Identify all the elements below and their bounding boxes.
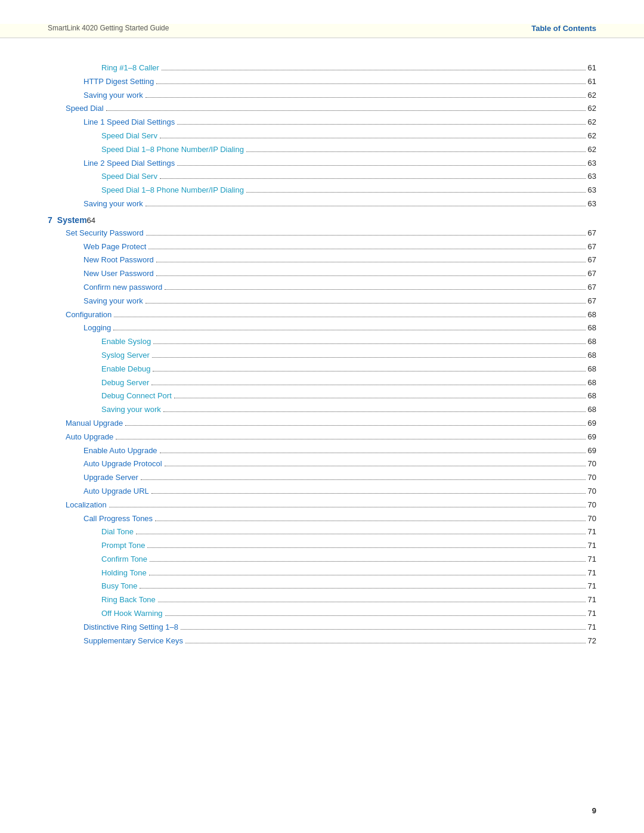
toc-label: Table of Contents xyxy=(531,24,596,33)
page-number: 9 xyxy=(592,806,596,815)
toc-entry-text[interactable]: Off Hook Warning xyxy=(101,608,163,620)
toc-entry-text[interactable]: Speed Dial Serv xyxy=(101,171,157,183)
dot-leader xyxy=(145,303,586,304)
toc-entry-text[interactable]: Auto Upgrade xyxy=(66,431,113,444)
page-number: 70 xyxy=(588,499,596,512)
toc-entry-text[interactable]: Confirm Tone xyxy=(101,553,147,566)
page-number: 70 xyxy=(588,458,596,470)
toc-entry-text[interactable]: Saving your work xyxy=(83,89,143,102)
toc-entry-text[interactable]: Busy Tone xyxy=(101,580,137,593)
toc-entry-text[interactable]: Speed Dial 1–8 Phone Number/IP Dialing xyxy=(101,184,244,197)
toc-entry-text[interactable]: Dial Tone xyxy=(101,526,134,538)
toc-entry: Speed Dial Serv62 xyxy=(48,130,596,143)
toc-entry: Upgrade Server70 xyxy=(48,472,596,484)
toc-entry-text[interactable]: Upgrade Server xyxy=(83,472,138,484)
toc-entry: Saving your work62 xyxy=(48,89,596,102)
page-number: 71 xyxy=(588,594,596,606)
toc-entry-text[interactable]: Speed Dial xyxy=(66,103,104,115)
page-number: 63 xyxy=(588,198,596,210)
toc-entry-text[interactable]: Saving your work xyxy=(83,295,143,308)
page-header: SmartLink 4020 Getting Started Guide Tab… xyxy=(0,24,644,38)
page-number: 68 xyxy=(588,390,596,402)
toc-entry-text[interactable]: New User Password xyxy=(83,268,154,280)
page-wrapper: SmartLink 4020 Getting Started Guide Tab… xyxy=(0,0,644,833)
toc-entry: Auto Upgrade URL70 xyxy=(48,485,596,498)
toc-entry-text[interactable]: Localization xyxy=(66,499,107,512)
toc-entry-text[interactable]: Set Security Password xyxy=(66,227,144,240)
dot-leader xyxy=(148,249,585,249)
toc-entry-text[interactable]: Speed Dial Serv xyxy=(101,130,157,143)
page-number: 71 xyxy=(588,621,596,634)
dot-leader xyxy=(177,124,585,125)
toc-entry: Enable Debug68 xyxy=(48,363,596,376)
dot-leader xyxy=(156,275,586,276)
toc-entry-text[interactable]: Web Page Protect xyxy=(83,241,146,253)
toc-entry-text[interactable]: Distinctive Ring Setting 1–8 xyxy=(83,621,178,634)
dot-leader xyxy=(114,317,585,317)
dot-leader xyxy=(177,165,585,166)
toc-entry-text[interactable]: Logging xyxy=(83,322,111,335)
toc-entry-text[interactable]: Saving your work xyxy=(101,404,161,416)
toc-entry-text[interactable]: Ring #1–8 Caller xyxy=(101,62,159,75)
toc-entry: Confirm Tone71 xyxy=(48,553,596,566)
toc-entry-text[interactable]: Enable Debug xyxy=(101,363,150,376)
toc-entry: Saving your work63 xyxy=(48,198,596,210)
page-number: 71 xyxy=(588,526,596,538)
page-number: 71 xyxy=(588,567,596,580)
toc-entry: New Root Password67 xyxy=(48,254,596,267)
page-number: 67 xyxy=(588,295,596,308)
page-number: 67 xyxy=(588,268,596,280)
page-number: 63 xyxy=(588,171,596,183)
toc-entry: Logging68 xyxy=(48,322,596,335)
toc-entry-text[interactable]: Call Progress Tones xyxy=(83,513,153,525)
toc-entry: Auto Upgrade69 xyxy=(48,431,596,444)
toc-entry-text[interactable]: Auto Upgrade URL xyxy=(83,485,149,498)
toc-entry-text[interactable]: HTTP Digest Setting xyxy=(83,76,154,88)
toc-entry-text[interactable]: Enable Syslog xyxy=(101,336,151,348)
dot-leader xyxy=(165,615,586,616)
page-number: 71 xyxy=(588,608,596,620)
toc-entry: Auto Upgrade Protocol70 xyxy=(48,458,596,470)
page-number: 67 xyxy=(588,254,596,267)
dot-leader xyxy=(162,70,586,70)
chapter-title[interactable]: System xyxy=(57,215,87,225)
toc-entry-text[interactable]: Line 2 Speed Dial Settings xyxy=(83,157,175,170)
toc-entry: Prompt Tone71 xyxy=(48,540,596,552)
page-number: 68 xyxy=(588,404,596,416)
toc-entry-text[interactable]: Debug Connect Port xyxy=(101,390,172,402)
toc-entry-text[interactable]: Supplementary Service Keys xyxy=(83,635,183,648)
toc-entry: Ring Back Tone71 xyxy=(48,594,596,606)
toc-entry-text[interactable]: Holding Tone xyxy=(101,567,147,580)
toc-entry-text[interactable]: New Root Password xyxy=(83,254,154,267)
toc-entry-text[interactable]: Manual Upgrade xyxy=(66,417,123,430)
page-number: 62 xyxy=(588,144,596,156)
toc-entry-text[interactable]: Prompt Tone xyxy=(101,540,145,552)
page-number: 70 xyxy=(588,513,596,525)
page-number: 62 xyxy=(588,103,596,115)
toc-entry: Confirm new password67 xyxy=(48,281,596,294)
toc-entry: Dial Tone71 xyxy=(48,526,596,538)
page-number: 68 xyxy=(588,322,596,335)
toc-entry: Supplementary Service Keys72 xyxy=(48,635,596,648)
page-number: 69 xyxy=(588,417,596,430)
toc-entry-text[interactable]: Enable Auto Upgrade xyxy=(83,445,157,457)
toc-entry: HTTP Digest Setting61 xyxy=(48,76,596,88)
toc-entry-text[interactable]: Ring Back Tone xyxy=(101,594,156,606)
toc-entry-text[interactable]: Debug Server xyxy=(101,377,149,389)
page-number: 68 xyxy=(588,377,596,389)
page-number: 67 xyxy=(588,227,596,240)
dot-leader xyxy=(160,453,586,453)
toc-entry-text[interactable]: Speed Dial 1–8 Phone Number/IP Dialing xyxy=(101,144,244,156)
toc-entry: Call Progress Tones70 xyxy=(48,513,596,525)
dot-leader xyxy=(174,398,586,398)
toc-entry-text[interactable]: Syslog Server xyxy=(101,349,150,362)
toc-entry-text[interactable]: Line 1 Speed Dial Settings xyxy=(83,116,175,129)
page-number: 63 xyxy=(588,157,596,170)
dot-leader xyxy=(109,507,586,507)
toc-entry-text[interactable]: Saving your work xyxy=(83,198,143,210)
toc-entry-text[interactable]: Auto Upgrade Protocol xyxy=(83,458,162,470)
chapter-row: 7System64 xyxy=(48,215,596,225)
toc-entry-text[interactable]: Configuration xyxy=(66,309,112,321)
toc-entry-text[interactable]: Confirm new password xyxy=(83,281,162,294)
page-number: 64 xyxy=(87,216,95,225)
